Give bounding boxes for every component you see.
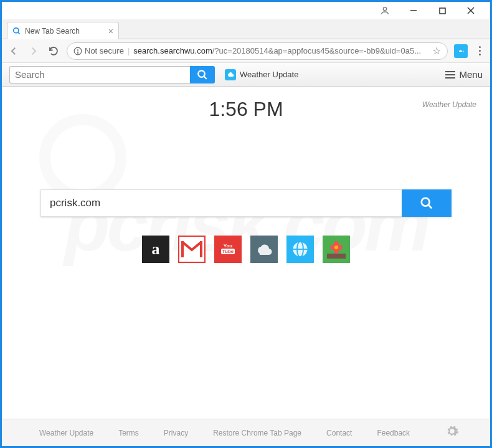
footer-weather[interactable]: Weather Update [39, 429, 93, 437]
tab-bar: New Tab Search × [2, 19, 490, 39]
address-bar: Not secure | search.searchwu.com/?uc=201… [2, 39, 490, 63]
svg-point-24 [330, 245, 335, 250]
minimize-button[interactable] [399, 2, 428, 19]
svg-point-5 [14, 27, 19, 32]
weather-label: Weather Update [240, 70, 298, 79]
svg-point-22 [334, 241, 339, 246]
footer-contact[interactable]: Contact [326, 429, 352, 437]
main-search [40, 189, 452, 217]
chrome-menu-button[interactable] [474, 46, 485, 55]
gear-icon[interactable] [445, 424, 459, 442]
shortcuts-row: a YouTube [2, 236, 490, 263]
svg-point-12 [422, 198, 430, 206]
svg-point-25 [334, 249, 339, 254]
url-text: search.searchwu.com/?uc=20180514&ap=appf… [133, 46, 428, 55]
svg-point-23 [338, 245, 343, 250]
clock: 1:56 PM [2, 98, 490, 121]
shortcut-flower[interactable] [323, 236, 350, 263]
shortcut-amazon[interactable]: a [142, 236, 169, 263]
toolbar-search [9, 66, 215, 83]
footer-feedback[interactable]: Feedback [377, 429, 410, 437]
tab-title: New Tab Search [25, 27, 80, 36]
maximize-button[interactable] [428, 2, 457, 19]
shortcut-gmail[interactable] [178, 236, 206, 263]
svg-rect-27 [327, 254, 346, 259]
svg-line-13 [428, 205, 432, 209]
extension-icon[interactable] [454, 44, 468, 58]
toolbar-search-button[interactable] [190, 66, 215, 83]
svg-rect-15 [181, 241, 184, 257]
svg-point-26 [334, 245, 338, 249]
footer-privacy[interactable]: Privacy [164, 429, 188, 437]
svg-point-0 [383, 7, 386, 11]
hamburger-icon [445, 71, 455, 79]
toolbar-search-input[interactable] [9, 66, 190, 83]
user-icon[interactable] [371, 6, 399, 16]
menu-label: Menu [459, 69, 483, 80]
footer-restore[interactable]: Restore Chrome Tab Page [213, 429, 301, 437]
svg-line-6 [18, 32, 20, 34]
footer-terms[interactable]: Terms [118, 429, 139, 437]
reload-button[interactable] [47, 44, 60, 58]
weather-update-link[interactable]: Weather Update [422, 100, 476, 109]
omnibox[interactable]: Not secure | search.searchwu.com/?uc=201… [67, 42, 448, 60]
svg-point-10 [198, 70, 205, 77]
footer: Weather Update Terms Privacy Restore Chr… [2, 419, 490, 446]
svg-line-11 [204, 76, 207, 79]
forward-button [27, 44, 40, 58]
shortcut-weather[interactable] [250, 236, 278, 263]
main-search-input[interactable] [40, 189, 402, 217]
cloud-icon [225, 69, 236, 80]
page-toolbar: Weather Update Menu [2, 63, 490, 87]
security-indicator[interactable]: Not secure [73, 46, 124, 55]
svg-rect-16 [200, 241, 202, 257]
browser-tab[interactable]: New Tab Search × [7, 22, 119, 39]
bookmark-icon[interactable]: ☆ [432, 45, 441, 57]
window-titlebar [2, 2, 490, 19]
search-icon [12, 27, 21, 36]
shortcut-browser[interactable] [286, 236, 314, 263]
page-menu-button[interactable]: Menu [445, 69, 483, 80]
svg-point-9 [77, 52, 78, 53]
main-search-button[interactable] [402, 189, 452, 217]
close-icon[interactable]: × [108, 26, 113, 36]
back-button[interactable] [7, 44, 21, 58]
svg-rect-2 [440, 8, 445, 14]
not-secure-label: Not secure [85, 46, 124, 55]
page-content: 1:56 PM Weather Update a YouTube [2, 87, 490, 263]
close-button[interactable] [457, 2, 485, 19]
toolbar-weather-link[interactable]: Weather Update [225, 69, 298, 80]
shortcut-youtube[interactable]: YouTube [214, 236, 242, 263]
